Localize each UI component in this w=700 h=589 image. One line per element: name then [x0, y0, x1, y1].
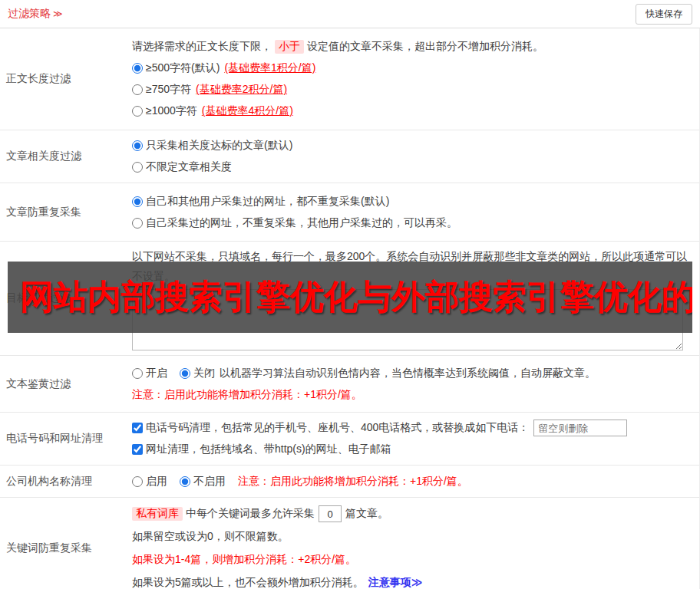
row-content: 启用 不启用 注意：启用此功能将增加积分消耗：+1积分/篇。 — [132, 466, 699, 497]
keyword-limit-mid: 中每个关键词最多允许采集 — [186, 507, 315, 521]
porn-filter-options: 开启 关闭 以机器学习算法自动识别色情内容，当色情概率达到系统阈值，自动屏蔽文章… — [132, 363, 688, 384]
relevance-strict-label: 只采集相关度达标的文章(默认) — [146, 139, 292, 153]
overlay-banner-text: 网站内部搜索引擎优化与外部搜索引擎优化的 — [20, 275, 692, 320]
relevance-any-label: 不限定文章相关度 — [146, 160, 232, 174]
row-content: 开启 关闭 以机器学习算法自动识别色情内容，当色情概率达到系统阈值，自动屏蔽文章… — [132, 356, 699, 412]
row-label-content-length: 正文长度过滤 — [0, 28, 132, 130]
length-750-label: ≥750字符 — [146, 83, 191, 97]
phone-cleanup-checkbox[interactable] — [132, 423, 143, 433]
row-dedup-collection: 文章防重复采集 自己和其他用户采集过的网址，都不重复采集(默认) 自己采集过的网… — [0, 183, 699, 242]
row-content: 私有词库 中每个关键词最多允许采集 篇文章。 如果留空或设为0，则不限篇数。 如… — [132, 498, 699, 589]
row-label-porn-filter: 文本鉴黄过滤 — [0, 356, 132, 412]
page-header: 过滤策略 ≫ 快速保存 — [0, 0, 700, 28]
row-label-keyword: 关键词防重复采集 — [0, 498, 132, 589]
porn-filter-on-label: 开启 — [146, 367, 167, 380]
keyword-note-5plus: 如果设为5篇或以上，也不会额外增加积分消耗。 — [132, 576, 364, 589]
chevron-double-icon: ≫ — [53, 8, 63, 19]
keyword-limit-suffix: 篇文章。 — [345, 507, 388, 521]
row-keyword-dedup: 关键词防重复采集 私有词库 中每个关键词最多允许采集 篇文章。 如果留空或设为0… — [0, 498, 699, 589]
keyword-note-5plus-line: 如果设为5篇或以上，也不会额外增加积分消耗。 注意事项≫ — [132, 571, 688, 589]
row-label-dedup: 文章防重复采集 — [0, 183, 132, 241]
phone-cleanup-option[interactable]: 电话号码清理，包括常见的手机号、座机号、400电话格式，或替换成如下电话： — [132, 421, 529, 435]
company-disable-option[interactable]: 不启用 — [180, 475, 226, 489]
length-intro-suffix: 设定值的文章不采集，超出部分不增加积分消耗。 — [307, 40, 543, 54]
page-title: 过滤策略 — [8, 7, 51, 21]
url-cleanup-option[interactable]: 网址清理，包括纯域名、带http(s)的网址、电子邮箱 — [132, 439, 688, 460]
row-content: 电话号码清理，包括常见的手机号、座机号、400电话格式，或替换成如下电话： 网址… — [132, 413, 699, 465]
private-lexicon-highlight: 私有词库 — [132, 507, 183, 521]
length-intro-prefix: 请选择需求的正文长度下限， — [132, 40, 272, 54]
relevance-strict-radio[interactable] — [132, 140, 143, 151]
company-cost-note: 注意：启用此功能将增加积分消耗：+1积分/篇。 — [238, 475, 468, 489]
row-label-relevance: 文章相关度过滤 — [0, 130, 132, 183]
row-relevance-filter: 文章相关度过滤 只采集相关度达标的文章(默认) 不限定文章相关度 — [0, 130, 699, 183]
dedup-global-label: 自己和其他用户采集过的网址，都不重复采集(默认) — [146, 195, 389, 209]
row-label-company: 公司机构名称清理 — [0, 466, 132, 497]
length-option-750[interactable]: ≥750字符 (基础费率2积分/篇) — [132, 79, 688, 100]
porn-filter-off-label: 关闭 — [193, 367, 215, 380]
length-750-fee-note: (基础费率2积分/篇) — [196, 83, 287, 97]
quick-save-button[interactable]: 快速保存 — [636, 4, 692, 25]
porn-filter-on-radio[interactable] — [132, 368, 143, 379]
keyword-limit-line: 私有词库 中每个关键词最多允许采集 篇文章。 — [132, 502, 688, 525]
company-disable-radio[interactable] — [180, 476, 190, 487]
dedup-option-global[interactable]: 自己和其他用户采集过的网址，都不重复采集(默认) — [132, 191, 688, 212]
row-content-length-filter: 正文长度过滤 请选择需求的正文长度下限， 小于 设定值的文章不采集，超出部分不增… — [0, 28, 699, 130]
keyword-max-count-input[interactable] — [319, 505, 342, 522]
length-1000-radio[interactable] — [132, 106, 143, 117]
phone-cleanup-label: 电话号码清理，包括常见的手机号、座机号、400电话格式，或替换成如下电话： — [146, 421, 529, 435]
length-750-radio[interactable] — [132, 84, 143, 95]
company-disable-label: 不启用 — [193, 475, 226, 489]
length-intro: 请选择需求的正文长度下限， 小于 设定值的文章不采集，超出部分不增加积分消耗。 — [132, 36, 688, 58]
overlay-banner: 网站内部搜索引擎优化与外部搜索引擎优化的 — [8, 262, 692, 333]
porn-filter-on-option[interactable]: 开启 — [132, 367, 167, 380]
porn-filter-off-option[interactable]: 关闭 — [180, 367, 215, 380]
relevance-option-strict[interactable]: 只采集相关度达标的文章(默认) — [132, 135, 688, 156]
length-1000-fee-note: (基础费率4积分/篇) — [202, 104, 293, 118]
length-500-radio[interactable] — [132, 63, 143, 74]
length-500-fee-note: (基础费率1积分/篇) — [224, 61, 315, 75]
phone-cleanup-line: 电话号码清理，包括常见的手机号、座机号、400电话格式，或替换成如下电话： — [132, 417, 688, 439]
length-option-1000[interactable]: ≥1000字符 (基础费率4积分/篇) — [132, 100, 688, 122]
length-500-label: ≥500字符(默认) — [146, 61, 220, 75]
length-1000-label: ≥1000字符 — [146, 104, 197, 118]
keyword-note-zero: 如果留空或设为0，则不限篇数。 — [132, 525, 688, 548]
filter-settings-page: 过滤策略 ≫ 快速保存 正文长度过滤 请选择需求的正文长度下限， 小于 设定值的… — [0, 0, 700, 589]
dedup-global-radio[interactable] — [132, 196, 143, 207]
filter-strategy-toggle[interactable]: 过滤策略 ≫ — [8, 7, 63, 21]
row-phone-url-cleanup: 电话号码和网址清理 电话号码清理，包括常见的手机号、座机号、400电话格式，或替… — [0, 413, 699, 466]
relevance-option-any[interactable]: 不限定文章相关度 — [132, 156, 688, 178]
notice-link[interactable]: 注意事项≫ — [368, 576, 423, 589]
porn-filter-off-radio[interactable] — [180, 368, 190, 379]
porn-filter-desc: 以机器学习算法自动识别色情内容，当色情概率达到系统阈值，自动屏蔽文章。 — [220, 367, 596, 380]
dedup-self-radio[interactable] — [132, 218, 143, 229]
relevance-any-radio[interactable] — [132, 162, 143, 173]
company-enable-label: 启用 — [146, 475, 167, 489]
row-label-phone-url: 电话号码和网址清理 — [0, 413, 132, 465]
dedup-self-label: 自己采集过的网址，不重复采集，其他用户采集过的，可以再采。 — [146, 216, 457, 230]
length-option-500[interactable]: ≥500字符(默认) (基础费率1积分/篇) — [132, 58, 688, 79]
row-company-name-cleanup: 公司机构名称清理 启用 不启用 注意：启用此功能将增加积分消耗：+1积分/篇。 — [0, 466, 699, 498]
company-cleanup-options: 启用 不启用 注意：启用此功能将增加积分消耗：+1积分/篇。 — [132, 471, 688, 492]
porn-filter-cost-note: 注意：启用此功能将增加积分消耗：+1积分/篇。 — [132, 384, 688, 406]
row-content: 只采集相关度达标的文章(默认) 不限定文章相关度 — [132, 130, 699, 183]
company-enable-radio[interactable] — [132, 476, 143, 487]
url-cleanup-label: 网址清理，包括纯域名、带http(s)的网址、电子邮箱 — [146, 443, 391, 456]
dedup-option-self[interactable]: 自己采集过的网址，不重复采集，其他用户采集过的，可以再采。 — [132, 212, 688, 234]
company-enable-option[interactable]: 启用 — [132, 475, 167, 489]
less-than-highlight: 小于 — [275, 40, 304, 54]
row-content: 请选择需求的正文长度下限， 小于 设定值的文章不采集，超出部分不增加积分消耗。 … — [132, 28, 699, 130]
url-cleanup-checkbox[interactable] — [132, 444, 143, 455]
row-porn-filter: 文本鉴黄过滤 开启 关闭 以机器学习算法自动识别色情内容，当色情概率达到系统阈值… — [0, 356, 699, 413]
row-content: 自己和其他用户采集过的网址，都不重复采集(默认) 自己采集过的网址，不重复采集，… — [132, 183, 699, 241]
replacement-phone-input[interactable] — [533, 420, 627, 436]
keyword-note-1-4: 如果设为1-4篇，则增加积分消耗：+2积分/篇。 — [132, 548, 688, 571]
